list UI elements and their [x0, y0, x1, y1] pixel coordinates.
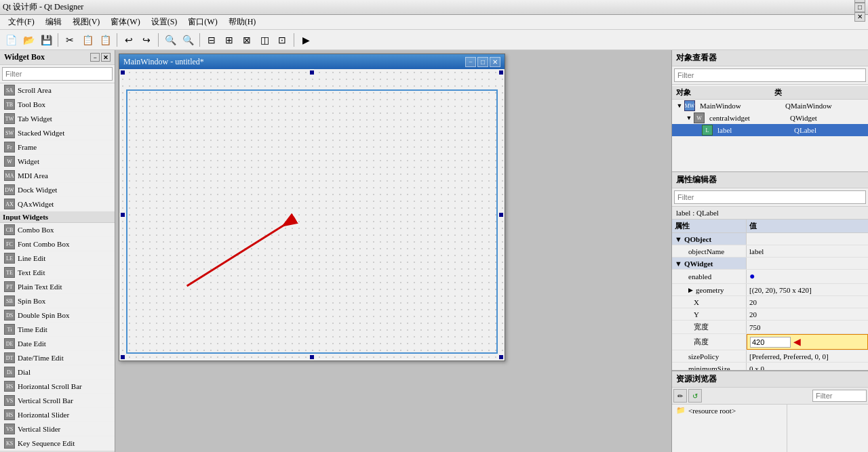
widget-item-h-slider[interactable]: HS Horizontal Slider [0, 408, 115, 422]
widget-item-v-slider[interactable]: VS Vertical Slider [0, 422, 115, 436]
toolbar-save[interactable]: 💾 [38, 32, 54, 48]
menu-settings[interactable]: 设置(S) [146, 15, 183, 29]
widget-item-date-edit[interactable]: DE Date Edit [0, 337, 115, 351]
label-widget-area[interactable] [126, 89, 498, 354]
widget-item-line-edit[interactable]: LE Line Edit [0, 251, 115, 266]
toolbar-layout-g[interactable]: ⊠ [239, 32, 255, 48]
maximize-button[interactable]: □ [854, 3, 865, 12]
prop-objectname-row[interactable]: objectName label [672, 245, 868, 258]
centralwidget-icon: W [694, 112, 705, 123]
object-inspector-filter-input[interactable] [674, 68, 866, 82]
designer-window: MainWindow - untitled* − □ ✕ [119, 54, 505, 361]
toolbar-break-layout[interactable]: ⊡ [274, 32, 290, 48]
designer-canvas[interactable] [119, 69, 505, 361]
widget-item-plain-text-edit[interactable]: PT Plain Text Edit [0, 280, 115, 294]
toolbar-layout-h[interactable]: ⊟ [203, 32, 220, 48]
prop-y-row[interactable]: Y 20 [672, 308, 868, 321]
close-button[interactable]: ✕ [854, 12, 865, 22]
prop-sizepolicy-value: [Preferred, Preferred, 0, 0] [747, 350, 868, 362]
menu-help[interactable]: 帮助(H) [223, 15, 262, 29]
widget-item-frame[interactable]: Fr Frame [0, 140, 115, 155]
widget-item-v-scrollbar[interactable]: VS Vertical Scroll Bar [0, 394, 115, 408]
prop-enabled-value[interactable]: ● [747, 270, 868, 283]
designer-close-btn[interactable]: ✕ [490, 57, 500, 67]
toolbar-layout-v[interactable]: ⊞ [221, 32, 237, 48]
widget-item-dock-widget[interactable]: DW Dock Widget [0, 183, 115, 197]
resource-edit-btn[interactable]: ✏ [673, 389, 687, 403]
menu-edit[interactable]: 编辑 [40, 15, 67, 29]
widget-item-h-scrollbar[interactable]: HS Horizontal Scroll Bar [0, 379, 115, 394]
widget-item-font-combo-box[interactable]: FC Font Combo Box [0, 237, 115, 251]
menu-file[interactable]: 文件(F) [3, 15, 40, 29]
scroll-area-icon: SA [4, 85, 15, 96]
resource-filter-input[interactable] [812, 390, 867, 402]
widget-item-tool-box[interactable]: TB Tool Box [0, 98, 115, 112]
widget-item-tab-widget[interactable]: TW Tab Widget [0, 112, 115, 126]
widget-box-float-btn[interactable]: − [90, 53, 100, 62]
widget-item-dial[interactable]: Di Dial [0, 365, 115, 379]
toolbar-zoom-out[interactable]: 🔍 [180, 32, 196, 48]
label-icon: L [702, 125, 713, 136]
widget-item-time-edit[interactable]: Ti Time Edit [0, 323, 115, 337]
double-spin-box-icon: DS [4, 310, 15, 321]
menu-window[interactable]: 窗口(W) [182, 15, 222, 29]
prop-height-row[interactable]: 高度 ◀ [672, 334, 868, 350]
tree-cell-label-class: QLabel [791, 125, 868, 135]
widget-item-key-sequence[interactable]: KS Key Sequence Edit [0, 436, 115, 451]
menu-form[interactable]: 窗体(W) [105, 15, 145, 29]
toolbar-copy[interactable]: 📋 [79, 32, 96, 48]
toolbar-zoom-in[interactable]: 🔍 [162, 32, 178, 48]
stacked-widget-icon: SW [4, 127, 15, 138]
widget-label: Horizontal Slider [18, 411, 69, 419]
prop-y-value[interactable]: 20 [747, 308, 868, 320]
prop-sizepolicy-row[interactable]: sizePolicy [Preferred, Preferred, 0, 0] [672, 350, 868, 363]
tree-row-label[interactable]: L label QLabel [672, 124, 868, 136]
prop-minimumsize-row[interactable]: minimumSize 0 x 0 [672, 363, 868, 370]
widget-item-datetime-edit[interactable]: DT Date/Time Edit [0, 351, 115, 365]
prop-objectname-value[interactable]: label [747, 245, 868, 257]
widget-item-combo-box[interactable]: CB Combo Box [0, 223, 115, 237]
toolbar-preview[interactable]: ▶ [298, 32, 314, 48]
property-editor-filter-input[interactable] [674, 190, 866, 204]
widget-label: Tab Widget [18, 115, 52, 123]
prop-height-input[interactable] [750, 337, 791, 348]
designer-minimize-btn[interactable]: − [465, 57, 476, 67]
toolbar-redo[interactable]: ↪ [138, 32, 155, 48]
widget-search-input[interactable] [2, 67, 113, 81]
widget-item-scroll-area[interactable]: SA Scroll Area [0, 83, 115, 98]
resource-item-root[interactable]: 📁 <resource root> [672, 405, 787, 416]
prop-height-value[interactable]: ◀ [747, 334, 868, 350]
toolbar-new[interactable]: 📄 [3, 32, 19, 48]
expand-icon-centralwidget[interactable]: ▼ [684, 115, 694, 121]
menu-view[interactable]: 视图(V) [67, 15, 106, 29]
toolbar-open[interactable]: 📂 [20, 32, 37, 48]
toolbar-paste[interactable]: 📋 [97, 32, 113, 48]
expand-icon-mainwindow[interactable]: ▼ [675, 102, 684, 109]
tree-row-mainwindow[interactable]: ▼ MW MainWindow QMainWindow [672, 100, 868, 112]
widget-item-qaxwidget[interactable]: AX QAxWidget [0, 197, 115, 211]
prop-width-value[interactable]: 750 [747, 321, 868, 333]
widget-label: Vertical Slider [18, 425, 60, 433]
prop-x-row[interactable]: X 20 [672, 296, 868, 308]
designer-maximize-btn[interactable]: □ [477, 57, 488, 67]
prop-enabled-row[interactable]: enabled ● [672, 270, 868, 284]
resource-refresh-btn[interactable]: ↺ [688, 389, 702, 403]
widget-item-mdi-area[interactable]: MA MDI Area [0, 169, 115, 183]
tree-cell-label-name: label [715, 125, 791, 135]
tree-row-centralwidget[interactable]: ▼ W centralwidget QWidget [672, 112, 868, 124]
widget-item-stacked-widget[interactable]: SW Stacked Widget [0, 126, 115, 140]
mdi-area-icon: MA [4, 170, 15, 181]
toolbar-cut[interactable]: ✂ [62, 32, 78, 48]
toolbar-undo[interactable]: ↩ [121, 32, 137, 48]
widget-box-close-btn[interactable]: ✕ [101, 53, 111, 62]
category-input-widgets[interactable]: Input Widgets [0, 211, 115, 223]
widget-item-double-spin-box[interactable]: DS Double Spin Box [0, 308, 115, 323]
widget-item-widget[interactable]: W Widget [0, 155, 115, 169]
prop-geometry-row[interactable]: ▶geometry [(20, 20), 750 x 420] [672, 284, 868, 296]
prop-width-row[interactable]: 宽度 750 [672, 321, 868, 334]
widget-item-text-edit[interactable]: TE Text Edit [0, 266, 115, 280]
widget-item-spin-box[interactable]: SB Spin Box [0, 294, 115, 308]
prop-x-value[interactable]: 20 [747, 296, 868, 308]
prop-width-name: 宽度 [672, 321, 747, 333]
toolbar-layout-f[interactable]: ◫ [256, 32, 273, 48]
